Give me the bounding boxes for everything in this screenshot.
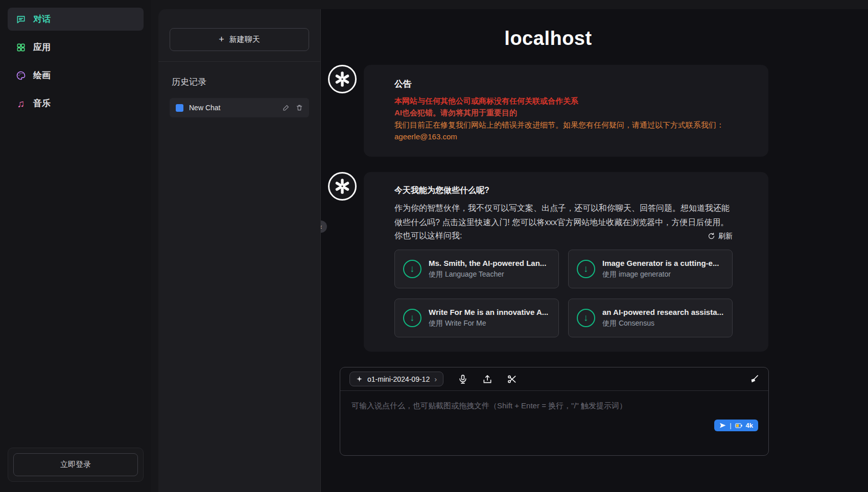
suggestion-card[interactable]: ↓ an AI-powered research assista... 使用 C… bbox=[568, 299, 733, 337]
message-announcement: 公告 本网站与任何其他公司或商标没有任何关联或合作关系 AI也会犯错。请勿将其用… bbox=[328, 65, 768, 157]
chat-item-title: New Chat bbox=[189, 104, 220, 112]
message-welcome: 今天我能为您做些什么呢? 作为你的智慧伙伴，我不仅可以写文案、出点子，还可以和你… bbox=[328, 172, 768, 352]
assistant-avatar bbox=[328, 65, 357, 93]
chat-icon bbox=[16, 14, 26, 24]
announcement-line-2: AI也会犯错。请勿将其用于重要目的 bbox=[394, 107, 733, 118]
suggestion-subtitle: 使用 image generator bbox=[602, 270, 719, 279]
suggestion-card[interactable]: ↓ Ms. Smith, the AI-powered Lan... 使用 La… bbox=[394, 250, 559, 288]
microphone-icon bbox=[458, 374, 468, 384]
composer-toolbar: o1-mini-2024-09-12 › bbox=[340, 367, 768, 391]
sidebar: 对话 应用 绘画 ♫ 音乐 立即登录 bbox=[0, 0, 151, 492]
chat-main: ‹ localhost bbox=[321, 9, 868, 492]
refresh-label: 刷新 bbox=[718, 232, 733, 241]
suggestion-title: Write For Me is an innovative A... bbox=[429, 308, 548, 316]
screenshot-button[interactable] bbox=[507, 374, 517, 384]
collapse-panel-button[interactable]: ‹ bbox=[321, 220, 327, 233]
download-circle-icon: ↓ bbox=[403, 309, 421, 327]
composer: o1-mini-2024-09-12 › bbox=[340, 367, 769, 456]
sidebar-item-drawing[interactable]: 绘画 bbox=[8, 64, 144, 87]
upload-icon bbox=[482, 374, 492, 384]
announcement-title: 公告 bbox=[394, 78, 733, 90]
palette-icon bbox=[16, 70, 26, 81]
plus-icon: + bbox=[219, 34, 224, 45]
app-root: 对话 应用 绘画 ♫ 音乐 立即登录 + 新建聊天 bbox=[0, 0, 868, 492]
login-button[interactable]: 立即登录 bbox=[13, 453, 138, 476]
chat-color-icon bbox=[176, 104, 183, 112]
scissors-icon bbox=[507, 374, 517, 384]
suggestion-grid: ↓ Ms. Smith, the AI-powered Lan... 使用 La… bbox=[394, 250, 733, 337]
sidebar-item-music[interactable]: ♫ 音乐 bbox=[8, 92, 144, 115]
suggestion-card[interactable]: ↓ Write For Me is an innovative A... 使用 … bbox=[394, 299, 559, 337]
new-chat-label: 新建聊天 bbox=[229, 35, 260, 44]
ask-hint: 你也可以这样问我: bbox=[394, 231, 462, 241]
login-section: 立即登录 bbox=[8, 448, 144, 482]
trash-icon[interactable] bbox=[296, 104, 303, 111]
message-input[interactable] bbox=[340, 391, 768, 455]
broom-icon bbox=[749, 374, 759, 384]
announcement-line-1: 本网站与任何其他公司或商标没有任何关联或合作关系 bbox=[394, 95, 733, 107]
sidebar-item-label: 应用 bbox=[33, 41, 51, 53]
edit-icon[interactable] bbox=[283, 104, 290, 111]
apps-grid-icon bbox=[16, 42, 26, 53]
download-circle-icon: ↓ bbox=[577, 260, 595, 278]
suggestion-title: Image Generator is a cutting-e... bbox=[602, 259, 719, 267]
chat-item-actions bbox=[283, 104, 303, 111]
model-selector[interactable]: o1-mini-2024-09-12 › bbox=[349, 372, 443, 386]
suggestion-subtitle: 使用 Write For Me bbox=[429, 319, 548, 328]
refresh-suggestions-button[interactable]: 刷新 bbox=[708, 232, 733, 241]
send-token-badge[interactable]: | 4k bbox=[714, 420, 758, 431]
suggestion-text: an AI-powered research assista... 使用 Con… bbox=[602, 308, 723, 328]
chat-history-panel: + 新建聊天 历史记录 New Chat bbox=[158, 9, 321, 492]
model-label: o1-mini-2024-09-12 bbox=[367, 375, 430, 383]
history-title: 历史记录 bbox=[172, 76, 307, 88]
suggestion-title: Ms. Smith, the AI-powered Lan... bbox=[429, 259, 546, 267]
chat-content: localhost bbox=[328, 28, 768, 456]
suggestion-card[interactable]: ↓ Image Generator is a cutting-e... 使用 i… bbox=[568, 250, 733, 288]
sidebar-item-apps[interactable]: 应用 bbox=[8, 36, 144, 59]
send-icon bbox=[719, 422, 726, 429]
composer-input-area: | 4k bbox=[340, 391, 768, 455]
ask-row: 你也可以这样问我: 刷新 bbox=[394, 231, 733, 241]
openai-logo-icon bbox=[333, 177, 351, 195]
sidebar-item-label: 音乐 bbox=[33, 97, 51, 109]
announcement-line-3: 我们目前正在修复我们网站上的错误并改进细节。如果您有任何疑问，请通过以下方式联系… bbox=[394, 119, 733, 131]
sidebar-item-label: 对话 bbox=[33, 13, 51, 25]
suggestion-subtitle: 使用 Consensus bbox=[602, 319, 723, 328]
sidebar-item-chat[interactable]: 对话 bbox=[8, 8, 144, 31]
token-battery-icon bbox=[735, 423, 742, 428]
welcome-body: 作为你的智慧伙伴，我不仅可以写文案、出点子，还可以和你聊天、回答问题。想知道我还… bbox=[394, 201, 733, 230]
suggestion-text: Image Generator is a cutting-e... 使用 ima… bbox=[602, 259, 719, 279]
sidebar-item-label: 绘画 bbox=[33, 69, 51, 81]
music-note-icon: ♫ bbox=[16, 99, 26, 109]
welcome-title: 今天我能为您做些什么呢? bbox=[394, 185, 733, 196]
contact-email-link[interactable]: ageerle@163.com bbox=[394, 131, 457, 142]
clear-context-button[interactable] bbox=[749, 374, 759, 384]
assistant-avatar bbox=[328, 172, 357, 201]
welcome-bubble: 今天我能为您做些什么呢? 作为你的智慧伙伴，我不仅可以写文案、出点子，还可以和你… bbox=[364, 172, 768, 352]
refresh-icon bbox=[708, 232, 715, 240]
chat-list-item[interactable]: New Chat bbox=[170, 98, 309, 117]
suggestion-text: Ms. Smith, the AI-powered Lan... 使用 Lang… bbox=[429, 259, 546, 279]
microphone-button[interactable] bbox=[458, 374, 468, 384]
openai-logo-icon bbox=[333, 70, 351, 88]
suggestion-text: Write For Me is an innovative A... 使用 Wr… bbox=[429, 308, 548, 328]
announcement-bubble: 公告 本网站与任何其他公司或商标没有任何关联或合作关系 AI也会犯错。请勿将其用… bbox=[364, 65, 768, 157]
download-circle-icon: ↓ bbox=[403, 260, 421, 278]
badge-divider: | bbox=[730, 422, 731, 429]
suggestion-title: an AI-powered research assista... bbox=[602, 308, 723, 316]
download-circle-icon: ↓ bbox=[577, 309, 595, 327]
page-title: localhost bbox=[328, 28, 768, 50]
upload-button[interactable] bbox=[482, 374, 492, 384]
right-region: + 新建聊天 历史记录 New Chat ‹ localhost bbox=[158, 9, 868, 492]
divider bbox=[158, 61, 320, 62]
token-count: 4k bbox=[746, 422, 753, 429]
chevron-left-icon: ‹ bbox=[321, 223, 322, 231]
new-chat-button[interactable]: + 新建聊天 bbox=[170, 28, 309, 51]
sparkle-icon bbox=[356, 376, 363, 382]
chevron-right-icon: › bbox=[434, 375, 437, 383]
suggestion-subtitle: 使用 Language Teacher bbox=[429, 270, 546, 279]
